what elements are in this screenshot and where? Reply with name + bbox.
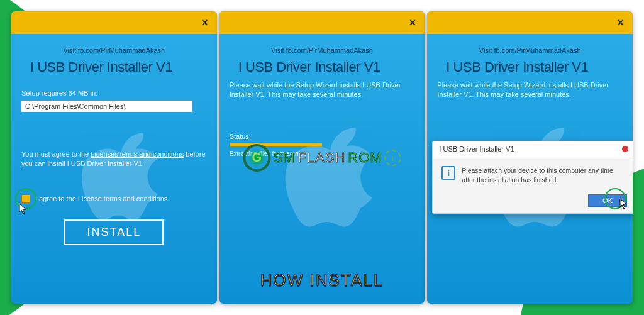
agree-checkbox-row: I agree to the License terms and conditi… xyxy=(21,194,207,203)
dialog-close-icon[interactable] xyxy=(622,146,628,152)
installer-panel-1: × Visit fb.com/PirMuhammadAkash I USB Dr… xyxy=(11,11,217,304)
installer-panel-3: × Visit fb.com/PirMuhammadAkash I USB Dr… xyxy=(427,11,633,304)
info-icon: i xyxy=(441,166,455,180)
dialog-message: Please attach your device to this comput… xyxy=(462,166,626,184)
product-title: I USB Driver Installer V1 xyxy=(437,54,623,78)
status-detail: Extracting files from archive xyxy=(230,150,415,157)
close-icon[interactable]: × xyxy=(409,16,416,30)
ok-button[interactable]: OK xyxy=(588,194,627,207)
agree-checkbox[interactable] xyxy=(21,194,30,203)
panels-container: × Visit fb.com/PirMuhammadAkash I USB Dr… xyxy=(0,0,644,315)
dialog-titlebar: I USB Driver Installer V1 xyxy=(433,141,633,157)
wait-message: Please wait while the Setup Wizard insta… xyxy=(437,80,623,100)
product-title: I USB Driver Installer V1 xyxy=(21,54,207,78)
setup-requires-label: Setup requires 64 MB in: xyxy=(21,89,207,97)
installer-panel-2: × Visit fb.com/PirMuhammadAkash I USB Dr… xyxy=(219,11,425,304)
product-title: I USB Driver Installer V1 xyxy=(230,54,415,78)
close-icon[interactable]: × xyxy=(201,16,208,30)
titlebar: × xyxy=(427,11,633,34)
visit-link-text: Visit fb.com/PirMuhammadAkash xyxy=(21,47,207,54)
close-icon[interactable]: × xyxy=(618,16,625,30)
visit-link-text: Visit fb.com/PirMuhammadAkash xyxy=(230,47,415,54)
agree-terms-text: You must agree to the Licenses terms and… xyxy=(21,150,207,169)
install-path-input[interactable] xyxy=(21,101,192,112)
license-link[interactable]: Licenses terms and conditions xyxy=(91,150,184,158)
titlebar: × xyxy=(11,11,217,34)
agree-checkbox-label: I agree to the License terms and conditi… xyxy=(35,195,169,202)
titlebar: × xyxy=(219,11,425,34)
progress-bar xyxy=(230,143,322,146)
overlay-how-install: HOW INSTALL xyxy=(260,270,384,290)
info-dialog: I USB Driver Installer V1 i Please attac… xyxy=(432,141,633,214)
visit-link-text: Visit fb.com/PirMuhammadAkash xyxy=(437,47,623,54)
status-label: Status: xyxy=(230,133,415,140)
install-button[interactable]: INSTALL xyxy=(64,219,164,245)
dialog-title-text: I USB Driver Installer V1 xyxy=(439,145,514,153)
apple-logo-icon xyxy=(70,124,158,231)
wait-message: Please wait while the Setup Wizard insta… xyxy=(230,80,415,100)
